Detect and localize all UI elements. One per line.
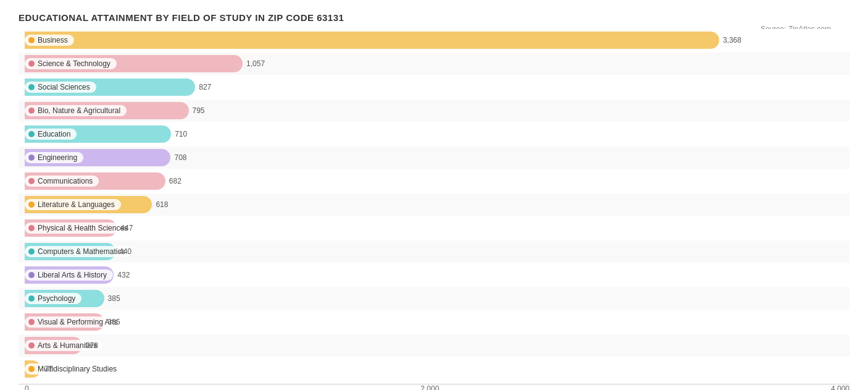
bar-row: Social Sciences 827 — [19, 76, 849, 98]
bar-row: Arts & Humanities 278 — [19, 334, 849, 357]
bar-value: 682 — [169, 177, 182, 185]
bar-dot — [28, 248, 35, 255]
bar-row: Bio, Nature & Agricultural 795 — [19, 100, 849, 122]
bar-container: Multidisciplinary Studies 77 — [25, 360, 849, 378]
bar-container: Business 3,368 — [25, 32, 849, 49]
bar-container: Computers & Mathematics 440 — [25, 243, 849, 260]
x-tick: 2,000 — [420, 384, 439, 390]
bar-category: Bio, Nature & Agricultural — [38, 106, 120, 115]
bar-row: Psychology 385 — [19, 287, 849, 310]
bar-container: Engineering 708 — [25, 149, 849, 166]
bar-category: Visual & Performing Arts — [38, 318, 118, 326]
bar-category: Physical & Health Sciences — [38, 224, 128, 232]
bar-label: Business — [25, 35, 74, 46]
bar-label: Physical & Health Sciences — [25, 223, 134, 234]
bar-dot — [28, 131, 35, 137]
bar-row: Business 3,368 — [19, 29, 849, 51]
bar-label: Science & Technology — [25, 58, 117, 69]
x-tick: 4,000 — [831, 384, 849, 390]
bar-container: Liberal Arts & History 432 — [25, 266, 849, 284]
bar-container: Bio, Nature & Agricultural 795 — [25, 102, 849, 119]
bar-label: Liberal Arts & History — [25, 269, 113, 281]
x-axis: 02,0004,000 — [19, 384, 849, 390]
bar-category: Social Sciences — [38, 83, 90, 91]
bar-value: 827 — [199, 83, 211, 91]
bar-value: 618 — [156, 200, 168, 209]
bar-label: Literature & Languages — [25, 199, 121, 210]
bar-row: Literature & Languages 618 — [19, 193, 849, 216]
bar-container: Social Sciences 827 — [25, 78, 849, 96]
bar-label: Multidisciplinary Studies — [25, 363, 123, 375]
bar-row: Computers & Mathematics 440 — [19, 240, 849, 263]
bar-dot — [28, 155, 35, 161]
bar-container: Physical & Health Sciences 447 — [25, 219, 849, 237]
bar-dot — [28, 201, 35, 208]
bar-label: Communications — [25, 176, 99, 187]
bar-value: 710 — [175, 130, 187, 138]
bar-label: Engineering — [25, 152, 83, 163]
bar-row: Visual & Performing Arts 385 — [19, 311, 849, 333]
bar-value: 795 — [193, 106, 205, 115]
bar-dot — [28, 366, 35, 372]
bar-category: Psychology — [38, 294, 75, 303]
bar-category: Engineering — [38, 153, 77, 162]
bar-container: Education 710 — [25, 125, 849, 143]
bar-value: 432 — [117, 271, 130, 279]
bar-container: Literature & Languages 618 — [25, 196, 849, 213]
bar-container: Visual & Performing Arts 385 — [25, 313, 849, 331]
bar-dot — [28, 225, 35, 231]
bar-dot — [28, 37, 35, 43]
bar-category: Business — [38, 36, 68, 45]
bar-dot — [28, 319, 35, 325]
bars-container: Business 3,368 Science & Technology 1,05… — [19, 29, 849, 380]
bar-row: Liberal Arts & History 432 — [19, 264, 849, 286]
bar-row: Engineering 708 — [19, 146, 849, 169]
bar-dot — [28, 295, 35, 302]
bar-category: Literature & Languages — [38, 200, 115, 209]
bar-category: Education — [38, 130, 70, 138]
bar-category: Liberal Arts & History — [38, 271, 107, 279]
bar-dot — [28, 178, 35, 184]
bar-value: 385 — [108, 294, 120, 303]
bar-container: Arts & Humanities 278 — [25, 337, 849, 354]
bar-dot — [28, 272, 35, 278]
bar-dot — [28, 61, 35, 67]
bar-container: Communications 682 — [25, 172, 849, 190]
bar-label: Bio, Nature & Agricultural — [25, 105, 127, 116]
bar-value: 77 — [44, 365, 52, 373]
bar-category: Communications — [38, 177, 93, 185]
bar-label: Social Sciences — [25, 82, 96, 93]
bar-row: Science & Technology 1,057 — [19, 53, 849, 75]
bar-container: Science & Technology 1,057 — [25, 55, 849, 72]
bar-row: Communications 682 — [19, 170, 849, 192]
bar-label: Psychology — [25, 293, 81, 304]
chart-area: Business 3,368 Science & Technology 1,05… — [19, 29, 849, 390]
bar-row: Physical & Health Sciences 447 — [19, 217, 849, 239]
bar-label: Computers & Mathematics — [25, 246, 131, 257]
bar-value: 3,368 — [723, 36, 741, 45]
bar-value: 708 — [174, 153, 186, 162]
bar-row: Education 710 — [19, 123, 849, 145]
x-tick: 0 — [25, 384, 29, 390]
bar-label: Education — [25, 129, 77, 140]
bar-dot — [28, 84, 35, 90]
chart-title: EDUCATIONAL ATTAINMENT BY FIELD OF STUDY… — [19, 12, 849, 23]
bar-value: 385 — [108, 318, 120, 326]
bar-row: Multidisciplinary Studies 77 — [19, 358, 849, 380]
bar-dot — [28, 342, 35, 349]
bar-value: 1,057 — [246, 59, 265, 68]
bar-dot — [28, 108, 35, 114]
bar-container: Psychology 385 — [25, 290, 849, 307]
bar-category: Computers & Mathematics — [38, 247, 125, 256]
bar-category: Science & Technology — [38, 59, 111, 68]
bar-value: 447 — [120, 224, 133, 232]
bar-value: 440 — [119, 247, 131, 256]
bar-value: 278 — [86, 341, 98, 350]
bar — [25, 32, 719, 49]
